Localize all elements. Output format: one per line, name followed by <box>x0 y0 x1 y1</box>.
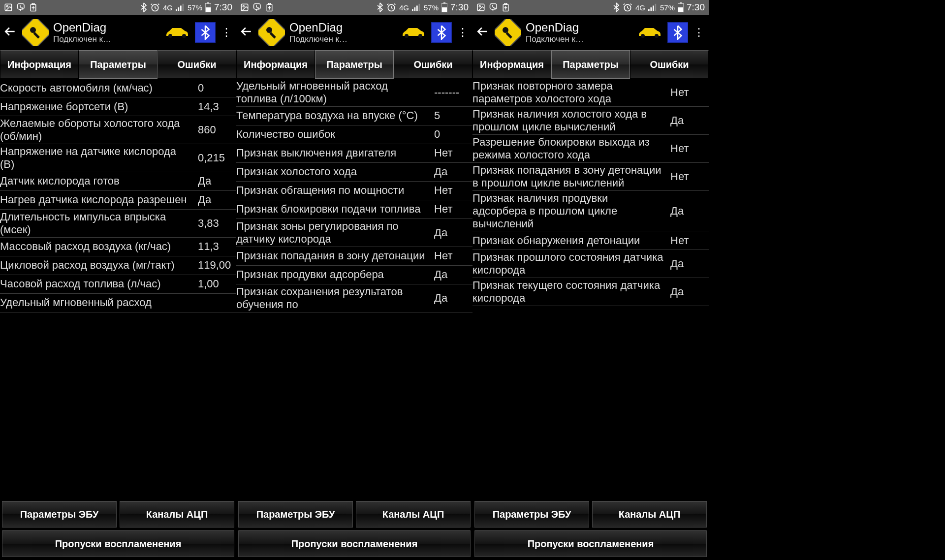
ecu-params-button[interactable]: Параметры ЭБУ <box>238 501 353 528</box>
tab-info[interactable]: Информация <box>472 50 551 79</box>
svg-rect-10 <box>207 2 209 3</box>
param-list[interactable]: Скорость автомобиля (км/час)0Напряжение … <box>0 79 236 500</box>
viber-icon <box>17 3 26 12</box>
tab-errors[interactable]: Ошибки <box>394 50 472 79</box>
tab-params[interactable]: Параметры <box>315 50 394 79</box>
svg-rect-40 <box>650 7 652 11</box>
status-bar: 4G 57% 7:30 <box>472 0 709 15</box>
param-row[interactable]: Признак обгащения по мощностиНет <box>236 182 472 200</box>
back-button[interactable] <box>475 25 490 40</box>
misfires-button[interactable]: Пропуски воспламенения <box>238 530 471 557</box>
param-value: ------- <box>431 86 470 99</box>
svg-rect-25 <box>418 4 420 11</box>
misfires-button[interactable]: Пропуски воспламенения <box>2 530 234 557</box>
svg-point-16 <box>182 34 186 38</box>
param-row[interactable]: Скорость автомобиля (км/час)0 <box>0 79 236 97</box>
param-value: 0,215 <box>195 152 233 164</box>
ecu-params-button[interactable]: Параметры ЭБУ <box>474 501 589 528</box>
battery-percent: 57% <box>660 3 675 12</box>
param-value: 860 <box>195 124 233 136</box>
param-row[interactable]: Признак сохранения результатов обучения … <box>236 284 472 312</box>
tab-params[interactable]: Параметры <box>551 50 630 79</box>
tab-info[interactable]: Информация <box>236 50 315 79</box>
param-row[interactable]: Удельный мгновенный расход <box>0 294 236 312</box>
param-row[interactable]: Признак выключения двигателяНет <box>236 144 472 163</box>
param-row[interactable]: Температура воздуха на впуске (°C)5 <box>236 107 472 125</box>
top-tabs: Информация Параметры Ошибки <box>236 50 472 79</box>
param-value: Да <box>667 257 706 270</box>
svg-rect-8 <box>182 4 184 11</box>
param-value: Да <box>667 114 706 127</box>
bluetooth-icon <box>377 2 383 12</box>
battery-icon <box>678 2 684 12</box>
param-row[interactable]: Признак прошлого состояния датчика кисло… <box>472 250 709 278</box>
param-row[interactable]: Напряжение на датчике кислорода (В)0,215 <box>0 144 236 172</box>
car-icon[interactable] <box>400 26 427 39</box>
param-list[interactable]: Признак повторного замера параметров хол… <box>472 79 709 500</box>
status-bar: 4G 57% 7:30 <box>0 0 236 15</box>
param-row[interactable]: Цикловой расход воздуха (мг/такт)119,00 <box>0 256 236 275</box>
param-row[interactable]: Датчик кислорода готовДа <box>0 172 236 191</box>
phone-pane: 4G 57% 7:30 OpenDiag Подключен к… ⋮ Инфо… <box>472 0 709 560</box>
svg-point-18 <box>243 5 244 7</box>
overflow-menu[interactable]: ⋮ <box>692 26 706 39</box>
param-row[interactable]: Разрешение блокировки выхода из режима х… <box>472 135 709 163</box>
overflow-menu[interactable]: ⋮ <box>456 26 470 39</box>
bluetooth-adapter-icon[interactable] <box>195 22 216 43</box>
param-row[interactable]: Количество ошибок0 <box>236 125 472 144</box>
param-value: Да <box>431 165 470 178</box>
bluetooth-adapter-icon[interactable] <box>431 22 452 43</box>
param-value: Нет <box>431 147 470 159</box>
param-row[interactable]: Длительность импульса впрыска (мсек)3,83 <box>0 210 236 238</box>
param-row[interactable]: Напряжение бортсети (В)14,3 <box>0 97 236 116</box>
tab-info[interactable]: Информация <box>0 50 79 79</box>
svg-point-15 <box>168 34 172 38</box>
param-label: Температура воздуха на впуске (°C) <box>236 109 431 122</box>
param-row[interactable]: Признак продувки адсорбераДа <box>236 266 472 284</box>
ecu-params-button[interactable]: Параметры ЭБУ <box>2 501 117 528</box>
param-row[interactable]: Признак повторного замера параметров хол… <box>472 79 709 107</box>
param-row[interactable]: Признак попадания в зону детонации в про… <box>472 163 709 191</box>
param-label: Часовой расход топлива (л/час) <box>0 278 195 290</box>
param-row[interactable]: Признак попадания в зону детонацииНет <box>236 247 472 266</box>
param-row[interactable]: Признак текущего состояния датчика кисло… <box>472 278 709 306</box>
param-row[interactable]: Признак зоны регулирования по датчику ки… <box>236 219 472 247</box>
svg-rect-6 <box>178 7 179 11</box>
tab-errors[interactable]: Ошибки <box>158 50 236 79</box>
screenshot-icon <box>476 3 485 12</box>
param-row[interactable]: Часовой расход топлива (л/час)1,00 <box>0 275 236 294</box>
adc-channels-button[interactable]: Каналы АЦП <box>356 501 471 528</box>
param-list[interactable]: Удельный мгновенный расход топлива (л/10… <box>236 79 472 500</box>
svg-point-35 <box>479 5 480 7</box>
car-icon[interactable] <box>163 26 191 39</box>
param-row[interactable]: Удельный мгновенный расход топлива (л/10… <box>236 79 472 107</box>
app-logo <box>494 19 522 46</box>
tab-errors[interactable]: Ошибки <box>630 50 709 79</box>
adc-channels-button[interactable]: Каналы АЦП <box>592 501 707 528</box>
param-row[interactable]: Признак наличия продувки адсорбера в про… <box>472 191 709 232</box>
tab-params[interactable]: Параметры <box>79 50 158 79</box>
bluetooth-adapter-icon[interactable] <box>667 22 688 43</box>
screenshot-icon <box>240 3 249 12</box>
overflow-menu[interactable]: ⋮ <box>220 26 233 39</box>
param-row[interactable]: Признак блокировки подачи топливаНет <box>236 200 472 219</box>
param-row[interactable]: Признак наличия холостого хода в прошлом… <box>472 107 709 135</box>
bottom-buttons: Параметры ЭБУ Каналы АЦП Пропуски воспла… <box>236 500 472 560</box>
car-icon[interactable] <box>636 26 663 39</box>
screenshot-icon <box>4 3 13 12</box>
param-value: Да <box>431 292 470 305</box>
param-label: Скорость автомобиля (км/час) <box>0 82 195 94</box>
param-row[interactable]: Желаемые обороты холостого хода (об/мин)… <box>0 116 236 144</box>
param-row[interactable]: Нагрев датчика кислорода разрешенДа <box>0 191 236 210</box>
param-label: Признак прошлого состояния датчика кисло… <box>472 251 667 277</box>
svg-rect-39 <box>648 9 650 11</box>
back-button[interactable] <box>239 25 254 40</box>
param-row[interactable]: Признак обнаружения детонацииНет <box>472 231 709 250</box>
param-row[interactable]: Признак холостого ходаДа <box>236 163 472 182</box>
back-button[interactable] <box>3 25 18 40</box>
alarm-icon <box>386 2 396 12</box>
misfires-button[interactable]: Пропуски воспламенения <box>474 530 707 557</box>
adc-channels-button[interactable]: Каналы АЦП <box>120 501 234 528</box>
param-value: 11,3 <box>195 240 233 253</box>
param-row[interactable]: Массовый расход воздуха (кг/час)11,3 <box>0 238 236 256</box>
